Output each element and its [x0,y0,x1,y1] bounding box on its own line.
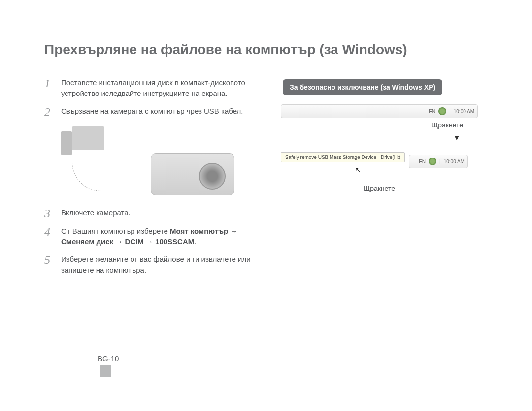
tray-divider: | [449,109,451,114]
step-list: 1 Поставете инсталационния диск в компак… [44,77,261,276]
step-text: Поставете инсталационния диск в компакт-… [61,77,261,99]
columns: 1 Поставете инсталационния диск в компак… [44,77,488,283]
step-text: Свързване на камерата с компютър чрез US… [61,106,243,117]
page-number: BG-10 [98,354,119,363]
top-rule [15,20,517,20]
left-column: 1 Поставете инсталационния диск в компак… [44,77,261,283]
step-number: 1 [44,77,61,89]
page-title: Прехвърляне на файлове на компютър (за W… [44,42,488,58]
step-number: 5 [44,254,61,266]
click-caption-2: Щракнете [281,185,478,192]
safely-remove-popup: Safely remove USB Mass Storage Device - … [281,152,405,162]
monitor-icon [72,126,104,150]
pc-tower-icon [61,131,72,155]
page-tab [100,365,111,377]
step-1: 1 Поставете инсталационния диск в компак… [44,77,261,99]
step-4-tail: . [194,237,196,246]
click-caption-1: Щракнете [281,121,478,129]
tray-lang: EN [419,159,426,164]
step-3: 3 Включете камерата. [44,207,261,219]
step-text: От Вашият компютър изберете Моят компютъ… [61,226,261,248]
system-tray-1: EN | 10:00 AM [281,104,478,118]
step-5: 5 Изберете желаните от вас файлове и ги … [44,254,261,276]
safely-remove-icon [438,107,446,115]
step-4: 4 От Вашият компютър изберете Моят компю… [44,226,261,248]
page-content: Прехвърляне на файлове на компютър (за W… [44,42,488,283]
right-column: За безопасно изключване (за Windows XP) … [281,77,478,283]
tray-time: 10:00 AM [444,159,465,164]
camera-lens-icon [199,163,226,190]
callout-header: За безопасно изключване (за Windows XP) [283,79,442,95]
step-number: 4 [44,226,61,238]
cursor-icon: ↖ [355,165,532,175]
step-2: 2 Свързване на камерата с компютър чрез … [44,106,261,118]
step-number: 3 [44,207,61,219]
step-4-lead: От Вашият компютър изберете [61,227,170,235]
arrow-down-icon: ▼ [281,134,478,142]
illustration [44,125,261,198]
tray-lang: EN [429,109,435,114]
step-number: 2 [44,106,61,118]
step-text: Изберете желаните от вас файлове и ги из… [61,254,261,276]
tray-divider: | [439,159,441,164]
tray-time: 10:00 AM [454,109,474,114]
step-text: Включете камерата. [61,207,131,218]
usb-cable-icon [72,152,151,191]
left-rule [15,20,15,30]
camera-pc-illustration [62,125,249,198]
safely-remove-icon [429,158,436,165]
